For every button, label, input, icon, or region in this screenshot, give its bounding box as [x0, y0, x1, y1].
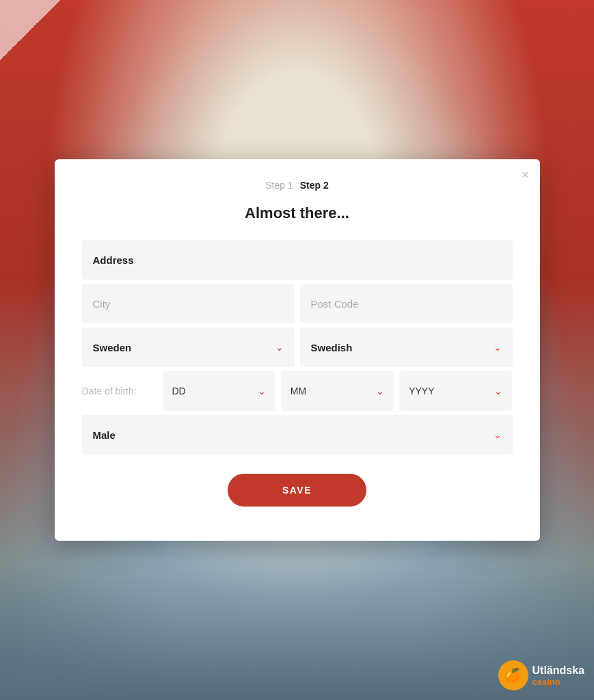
gender-row: Male ⌄ [82, 415, 513, 455]
modal-title: Almost there... [82, 204, 513, 222]
gender-label: Male [93, 429, 116, 441]
dob-dd-dropdown[interactable]: DD ⌄ [163, 371, 275, 411]
dob-yyyy-chevron-icon: ⌄ [494, 386, 502, 396]
dob-mm-label: MM [291, 386, 306, 396]
country-dropdown[interactable]: Sweden ⌄ [82, 327, 295, 367]
modal: × Step 1 Step 2 Almost there... Address … [55, 159, 540, 541]
postcode-field[interactable]: Post Code [300, 284, 513, 323]
country-language-row: Sweden ⌄ Swedish ⌄ [82, 327, 513, 367]
dob-mm-dropdown[interactable]: MM ⌄ [281, 371, 394, 411]
step-indicator: Step 1 Step 2 [82, 180, 513, 191]
step-2-label: Step 2 [300, 180, 329, 191]
city-postcode-row: City Post Code [82, 284, 513, 323]
language-label: Swedish [311, 342, 353, 353]
address-field[interactable]: Address [82, 240, 513, 280]
dob-mm-chevron-icon: ⌄ [376, 386, 384, 396]
watermark-line2: casino [532, 677, 584, 688]
watermark-icon: 🍊 [498, 660, 528, 690]
address-label: Address [93, 254, 134, 266]
watermark-text: Utländska casino [532, 664, 584, 688]
dob-yyyy-label: YYYY [409, 386, 434, 396]
country-label: Sweden [93, 342, 132, 353]
language-dropdown[interactable]: Swedish ⌄ [300, 327, 513, 367]
dob-dd-label: DD [172, 386, 186, 396]
country-chevron-icon: ⌄ [275, 342, 284, 353]
city-label: City [93, 298, 111, 310]
save-button[interactable]: SAVE [228, 474, 366, 507]
gender-dropdown[interactable]: Male ⌄ [82, 415, 513, 455]
gender-chevron-icon: ⌄ [494, 429, 502, 440]
watermark-line1: Utländska [532, 664, 584, 677]
close-button[interactable]: × [522, 169, 529, 181]
step-1-label: Step 1 [265, 180, 293, 191]
language-chevron-icon: ⌄ [494, 342, 502, 353]
dob-row: Date of birth: DD ⌄ MM ⌄ YYYY ⌄ [82, 371, 513, 411]
watermark: 🍊 Utländska casino [498, 660, 584, 690]
dob-label: Date of birth: [82, 386, 157, 396]
modal-overlay: × Step 1 Step 2 Almost there... Address … [0, 0, 594, 700]
form: Address City Post Code Sweden ⌄ Sw [82, 240, 513, 455]
city-field[interactable]: City [82, 284, 295, 323]
postcode-label: Post Code [311, 298, 359, 310]
dob-dd-chevron-icon: ⌄ [258, 386, 266, 396]
address-row: Address [82, 240, 513, 280]
dob-yyyy-dropdown[interactable]: YYYY ⌄ [399, 371, 512, 411]
